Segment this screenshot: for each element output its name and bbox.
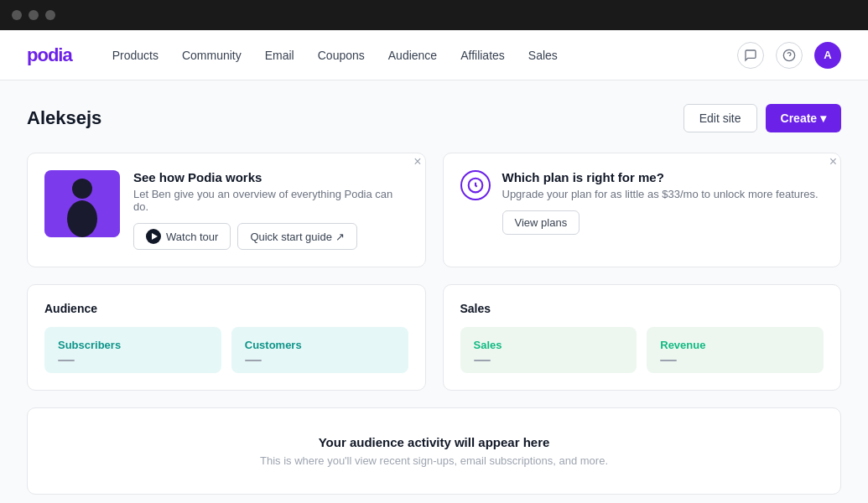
- plan-card: Which plan is right for me? Upgrade your…: [443, 153, 842, 267]
- sales-value: [474, 360, 491, 361]
- nav-audience[interactable]: Audience: [388, 49, 437, 62]
- logo[interactable]: podia: [27, 44, 72, 66]
- nav-affiliates[interactable]: Affiliates: [460, 49, 505, 62]
- nav-products[interactable]: Products: [112, 49, 159, 62]
- page-header: Aleksejs Edit site Create ▾: [27, 104, 841, 132]
- titlebar-dot-3: [45, 10, 55, 20]
- activity-title: Your audience activity will appear here: [44, 435, 824, 449]
- nav-email[interactable]: Email: [265, 49, 294, 62]
- promo-content: See how Podia works Let Ben give you an …: [133, 170, 408, 250]
- sales-card-title: Sales: [460, 302, 824, 315]
- promo-actions: Watch tour Quick start guide ↗: [133, 223, 408, 250]
- user-avatar-button[interactable]: A: [814, 42, 841, 69]
- promo-title: See how Podia works: [133, 170, 408, 184]
- nav-sales[interactable]: Sales: [528, 49, 558, 62]
- nav-coupons[interactable]: Coupons: [318, 49, 365, 62]
- play-icon: [146, 229, 161, 244]
- stats-row: Audience Subscribers Customers Sales Sal…: [27, 284, 841, 391]
- watch-tour-button[interactable]: Watch tour: [133, 223, 231, 250]
- nav-links: Products Community Email Coupons Audienc…: [112, 49, 737, 62]
- revenue-label: Revenue: [660, 339, 810, 351]
- promo-card: See how Podia works Let Ben give you an …: [27, 153, 426, 267]
- watch-tour-label: Watch tour: [166, 231, 218, 243]
- create-button[interactable]: Create ▾: [766, 104, 841, 132]
- top-cards-row: See how Podia works Let Ben give you an …: [27, 153, 841, 267]
- plan-icon: [460, 170, 491, 200]
- lightning-icon: [467, 177, 484, 194]
- chat-icon-button[interactable]: [737, 42, 764, 69]
- sales-stat: Sales: [460, 327, 637, 373]
- quick-start-button[interactable]: Quick start guide ↗: [237, 223, 356, 250]
- customers-stat: Customers: [231, 327, 408, 373]
- audience-card: Audience Subscribers Customers: [27, 284, 426, 391]
- plan-title: Which plan is right for me?: [502, 170, 824, 184]
- subscribers-value: [58, 360, 75, 361]
- header-actions: Edit site Create ▾: [683, 104, 841, 132]
- nav-community[interactable]: Community: [182, 49, 242, 62]
- customers-label: Customers: [245, 339, 395, 351]
- plan-description: Upgrade your plan for as little as $33/m…: [502, 188, 824, 200]
- activity-card: Your audience activity will appear here …: [27, 407, 841, 495]
- subscribers-label: Subscribers: [58, 339, 208, 351]
- quick-start-label: Quick start guide ↗: [250, 231, 344, 243]
- view-plans-button[interactable]: View plans: [502, 210, 580, 235]
- promo-description: Let Ben give you an overview of everythi…: [133, 188, 408, 213]
- activity-description: This is where you'll view recent sign-up…: [44, 454, 824, 467]
- titlebar-dot-2: [29, 10, 39, 20]
- nav-actions: A: [737, 42, 841, 69]
- plan-content: Which plan is right for me? Upgrade your…: [502, 170, 824, 235]
- titlebar-dot-1: [12, 10, 22, 20]
- svg-point-4: [67, 200, 97, 237]
- person-illustration: [44, 170, 120, 237]
- page-title: Aleksejs: [27, 107, 101, 129]
- help-icon-button[interactable]: [776, 42, 803, 69]
- audience-stats-grid: Subscribers Customers: [44, 327, 408, 373]
- sales-label: Sales: [474, 339, 624, 351]
- customers-value: [245, 360, 262, 361]
- revenue-stat: Revenue: [647, 327, 824, 373]
- play-triangle: [152, 233, 158, 240]
- edit-site-button[interactable]: Edit site: [683, 104, 757, 132]
- subscribers-stat: Subscribers: [44, 327, 221, 373]
- sales-stats-grid: Sales Revenue: [460, 327, 824, 373]
- plan-close-button[interactable]: ×: [826, 153, 840, 170]
- navbar: podia Products Community Email Coupons A…: [0, 30, 868, 80]
- promo-close-button[interactable]: ×: [410, 153, 424, 170]
- revenue-value: [660, 360, 677, 361]
- promo-image: [44, 170, 120, 237]
- titlebar: [0, 0, 868, 30]
- sales-card: Sales Sales Revenue: [443, 284, 842, 391]
- svg-point-3: [72, 179, 92, 199]
- audience-card-title: Audience: [44, 302, 408, 315]
- main-content: Aleksejs Edit site Create ▾ See how Podi…: [0, 80, 868, 503]
